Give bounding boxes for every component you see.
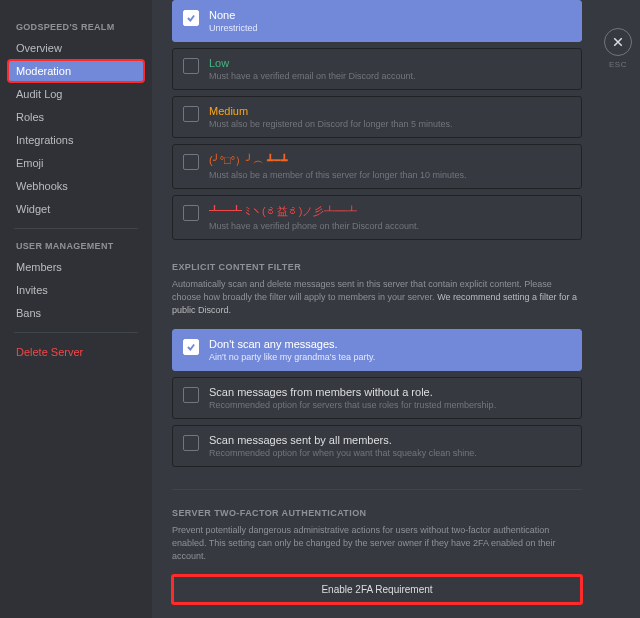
- explicit-option-all[interactable]: Scan messages sent by all members. Recom…: [172, 425, 582, 467]
- option-subtitle: Recommended option for servers that use …: [209, 400, 571, 410]
- verification-option-medium[interactable]: Medium Must also be registered on Discor…: [172, 96, 582, 138]
- option-subtitle: Unrestricted: [209, 23, 571, 33]
- option-subtitle: Must also be a member of this server for…: [209, 170, 571, 180]
- sidebar-item-bans[interactable]: Bans: [8, 302, 144, 324]
- checkbox-icon: [183, 387, 199, 403]
- sidebar-item-webhooks[interactable]: Webhooks: [8, 175, 144, 197]
- explicit-option-no-role[interactable]: Scan messages from members without a rol…: [172, 377, 582, 419]
- checkbox-icon: [183, 154, 199, 170]
- sidebar-item-widget[interactable]: Widget: [8, 198, 144, 220]
- sidebar-item-emoji[interactable]: Emoji: [8, 152, 144, 174]
- option-title: Scan messages from members without a rol…: [209, 386, 571, 398]
- option-title: Scan messages sent by all members.: [209, 434, 571, 446]
- explicit-filter-heading: EXPLICIT CONTENT FILTER: [172, 262, 582, 272]
- sidebar-item-moderation[interactable]: Moderation: [8, 60, 144, 82]
- checkbox-icon: [183, 205, 199, 221]
- verification-option-high[interactable]: (╯°□°）╯︵ ┻━┻ Must also be a member of th…: [172, 144, 582, 189]
- sidebar-divider: [14, 228, 138, 229]
- option-subtitle: Recommended option for when you want tha…: [209, 448, 571, 458]
- close-icon: [612, 36, 624, 48]
- option-title: Medium: [209, 105, 571, 117]
- sidebar-item-members[interactable]: Members: [8, 256, 144, 278]
- sidebar-item-integrations[interactable]: Integrations: [8, 129, 144, 151]
- twofa-description: Prevent potentially dangerous administra…: [172, 524, 582, 563]
- sidebar-item-invites[interactable]: Invites: [8, 279, 144, 301]
- checkbox-icon: [183, 435, 199, 451]
- sidebar-item-roles[interactable]: Roles: [8, 106, 144, 128]
- explicit-filter-description: Automatically scan and delete messages s…: [172, 278, 582, 317]
- checkbox-icon: [183, 106, 199, 122]
- option-subtitle: Ain't no party like my grandma's tea par…: [209, 352, 571, 362]
- option-subtitle: Must also be registered on Discord for l…: [209, 119, 571, 129]
- enable-2fa-button[interactable]: Enable 2FA Requirement: [172, 575, 582, 604]
- settings-content: ESC None Unrestricted Low Must have a ve…: [152, 0, 640, 618]
- option-title: ┻━┻ ﾐヽ(ಠ益ಠ)ノ彡┻━┻: [209, 204, 571, 219]
- twofa-heading: SERVER TWO-FACTOR AUTHENTICATION: [172, 508, 582, 518]
- sidebar-item-audit-log[interactable]: Audit Log: [8, 83, 144, 105]
- option-title: Low: [209, 57, 571, 69]
- close-wrap: ESC: [598, 28, 638, 69]
- esc-label: ESC: [598, 60, 638, 69]
- section-divider: [172, 489, 582, 490]
- sidebar-divider-2: [14, 332, 138, 333]
- option-title: None: [209, 9, 571, 21]
- checkbox-icon: [183, 339, 199, 355]
- sidebar-server-heading: GODSPEED'S REALM: [8, 18, 144, 36]
- explicit-filter-group: Don't scan any messages. Ain't no party …: [172, 329, 582, 467]
- verification-option-low[interactable]: Low Must have a verified email on their …: [172, 48, 582, 90]
- option-title: (╯°□°）╯︵ ┻━┻: [209, 153, 571, 168]
- verification-level-group: None Unrestricted Low Must have a verifi…: [172, 0, 582, 240]
- verification-option-none[interactable]: None Unrestricted: [172, 0, 582, 42]
- option-subtitle: Must have a verified phone on their Disc…: [209, 221, 571, 231]
- checkbox-icon: [183, 10, 199, 26]
- explicit-option-none[interactable]: Don't scan any messages. Ain't no party …: [172, 329, 582, 371]
- verification-option-extreme[interactable]: ┻━┻ ﾐヽ(ಠ益ಠ)ノ彡┻━┻ Must have a verified ph…: [172, 195, 582, 240]
- checkbox-icon: [183, 58, 199, 74]
- sidebar-user-heading: USER MANAGEMENT: [8, 237, 144, 255]
- sidebar-item-overview[interactable]: Overview: [8, 37, 144, 59]
- option-subtitle: Must have a verified email on their Disc…: [209, 71, 571, 81]
- settings-sidebar: GODSPEED'S REALM Overview Moderation Aud…: [0, 0, 152, 618]
- option-title: Don't scan any messages.: [209, 338, 571, 350]
- sidebar-item-delete-server[interactable]: Delete Server: [8, 341, 144, 363]
- close-button[interactable]: [604, 28, 632, 56]
